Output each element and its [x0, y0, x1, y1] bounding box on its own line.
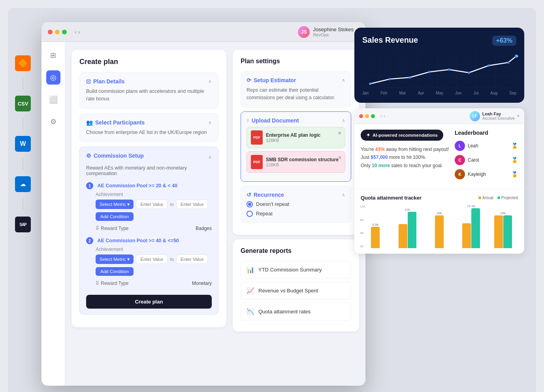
main-browser-window: ‹ › JS Josephine Stokes RevOps ▾ ⊞ ◎ ⬜ ⚙ [41, 22, 365, 386]
svg-point-12 [408, 76, 411, 79]
pool-1-add-condition-button[interactable]: Add Condition [96, 212, 134, 221]
commission-chevron[interactable]: ∧ [208, 155, 212, 160]
pool-2-value-input-1[interactable] [136, 254, 168, 264]
create-plan-button[interactable]: Create plan [86, 295, 212, 309]
forward-arrow[interactable]: › [78, 29, 80, 35]
select-participants-section: 👥 Select Participants ∧ Choose from ente… [79, 113, 218, 142]
browser-user-info[interactable]: JS Josephine Stokes RevOps ▾ [298, 26, 359, 38]
bar-2-val: 11K [405, 208, 410, 211]
radio-repeat[interactable]: Repeat [247, 211, 345, 217]
plan-settings-card: Plan settings ⟳ Setup Estimator ∧ Reps c… [233, 50, 359, 235]
second-user-details: Leah Fay Account Executive [482, 111, 515, 121]
ytd-icon: 📊 [247, 266, 254, 273]
sidebar-icon-camera[interactable]: ⬜ [46, 92, 60, 107]
browser-titlebar: ‹ › JS Josephine Stokes RevOps ▾ [41, 22, 365, 42]
radio-repeat-circle [247, 211, 253, 217]
doc-item-2: PDF SMB SDR commission structure 128KB ✕ [247, 151, 345, 173]
bar-3-yellow [435, 215, 444, 248]
second-forward-arrow[interactable]: › [384, 113, 385, 119]
plan-details-chevron[interactable]: ∧ [208, 79, 212, 84]
user-role: RevOps [313, 32, 354, 37]
separator-3 [23, 158, 23, 170]
pool-1-name: AE Commission Pool >= 20 & < 40 [97, 183, 177, 188]
select-participants-title: 👥 Select Participants [86, 119, 145, 126]
pool-2-name: AE Commission Pool >= 40 & <=50 [97, 238, 179, 243]
pool-2-metric-row: Select Metric ▾ to [96, 254, 212, 264]
report-item-revenue[interactable]: 📈 Revenue vs Budget Spent [241, 282, 351, 300]
reward-2-icon: ⠿ [96, 281, 99, 286]
commission-setup-section: ⚙ Commission Setup ∧ Reward AEs with mon… [79, 147, 218, 315]
doc-item-1: PDF Enterprise AE plan logic 128KB ✕ [247, 127, 345, 148]
month-aug: Aug [490, 91, 497, 95]
separator-2 [23, 118, 23, 130]
lb-name-kayleigh: Kayleigh [468, 172, 508, 177]
ai-recommendations-button[interactable]: ✦ AI-powered recommendations [361, 130, 443, 141]
bar-1-val: 6.5K [372, 223, 378, 226]
second-user-name: Leah Fay [482, 111, 515, 116]
estimator-chevron[interactable]: ∧ [342, 77, 345, 83]
quota-chart: 12K 8K 4K 0K 6.5K 11K [361, 205, 518, 248]
pool-2-header: 2 AE Commission Pool >= 40 & <=50 [86, 237, 212, 244]
sidebar-icon-settings[interactable]: ⚙ [46, 115, 60, 129]
pool-1-metric-select[interactable]: Select Metric ▾ [96, 200, 134, 209]
csv-icon[interactable]: CSV [15, 96, 31, 111]
revenue-icon: 📈 [247, 287, 254, 294]
right-widget-panel: Sales Revenue +63% [354, 28, 524, 254]
pool-1-header: 1 AE Commission Pool >= 20 & < 40 [86, 182, 212, 189]
pool-2-number: 2 [86, 237, 93, 244]
plan-settings-panel: Plan settings ⟳ Setup Estimator ∧ Reps c… [233, 50, 359, 378]
commission-setup-header: ⚙ Commission Setup ∧ [86, 153, 212, 162]
month-may: May [436, 91, 443, 95]
sidebar-icon-target[interactable]: ◎ [46, 70, 60, 85]
user-details: Josephine Stokes RevOps [313, 26, 354, 37]
report-item-quota[interactable]: 📉 Quota attainment rates [241, 303, 351, 320]
second-browser-content: ✦ AI-powered recommendations You're 43% … [354, 124, 524, 189]
plan-settings-title: Plan settings [241, 58, 351, 65]
minimize-button[interactable] [55, 30, 60, 34]
word-icon[interactable]: W [15, 136, 31, 152]
sap-icon[interactable]: SAP [15, 217, 31, 232]
bar-5-yellow [494, 215, 503, 248]
radio-repeat-label: Repeat [256, 211, 273, 217]
sidebar-icon-grid[interactable]: ⊞ [46, 48, 60, 62]
hubspot-icon[interactable]: 🔶 [15, 55, 31, 71]
create-plan-panel: Create plan ⊡ Plan Details ∧ Build commi… [72, 50, 226, 378]
ai-amount-highlight: $57,000 [371, 155, 388, 160]
doc-2-remove-button[interactable]: ✕ [338, 155, 342, 160]
radio-doesnt-repeat[interactable]: Doesn't repeat [247, 201, 345, 207]
participants-chevron[interactable]: ∧ [208, 120, 212, 125]
svg-point-14 [448, 68, 450, 71]
select-chevron-icon: ▾ [127, 202, 130, 207]
user-avatar: JS [298, 26, 310, 38]
recurrence-title: ↺ Recurrence [247, 192, 284, 198]
pool-1-number: 1 [86, 182, 93, 189]
recurrence-chevron[interactable]: ∧ [342, 192, 345, 198]
report-item-ytd[interactable]: 📊 YTD Commission Summary [241, 261, 351, 279]
setup-estimator-section: ⟳ Setup Estimator ∧ Reps can estimate th… [241, 71, 351, 107]
back-arrow[interactable]: ‹ [75, 29, 77, 35]
y-label-12k: 12K [360, 205, 365, 208]
pool-2-metric-select[interactable]: Select Metric ▾ [96, 254, 134, 264]
pool-2-value-input-2[interactable] [176, 254, 208, 264]
doc-1-remove-button[interactable]: ✕ [338, 130, 342, 136]
second-minimize[interactable] [365, 114, 369, 118]
bar-2-teal [408, 212, 416, 248]
upload-chevron[interactable]: ∧ [342, 118, 345, 123]
bar-group-3: 10K [425, 205, 454, 248]
y-label-0k: 0K [360, 245, 365, 248]
plan-details-header: ⊡ Plan Details ∧ [86, 78, 212, 85]
leaderboard-item-leah: L Leah 🏅 [455, 141, 518, 151]
quota-tracker-title: Quota attainment tracker [361, 195, 422, 201]
left-sidebar: ⊞ ◎ ⬜ ⚙ [41, 42, 65, 386]
pool-1-value-input-1[interactable] [136, 200, 168, 209]
pool-1-value-input-2[interactable] [176, 200, 208, 209]
second-back-arrow[interactable]: ‹ [380, 113, 382, 119]
second-maximize[interactable] [371, 114, 375, 118]
maximize-button[interactable] [62, 30, 67, 34]
close-button[interactable] [48, 30, 53, 34]
svg-point-10 [369, 83, 371, 85]
salesforce-icon[interactable]: ☁ [15, 176, 31, 192]
month-feb: Feb [380, 91, 387, 95]
pool-2-add-condition-button[interactable]: Add Condition [96, 267, 134, 276]
second-close[interactable] [359, 114, 363, 118]
